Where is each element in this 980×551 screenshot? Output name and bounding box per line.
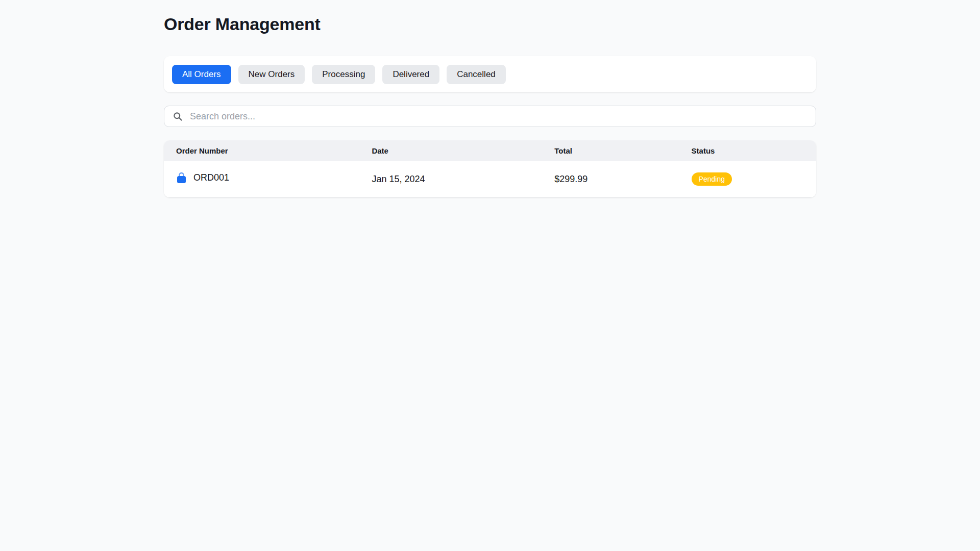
filter-tabs: All Orders New Orders Processing Deliver…: [164, 56, 816, 92]
table-row: ORD001 Jan 15, 2024 $299.99 Pending: [164, 161, 816, 197]
tab-all-orders[interactable]: All Orders: [172, 65, 231, 84]
tab-new-orders[interactable]: New Orders: [238, 65, 305, 84]
order-date: Jan 15, 2024: [359, 161, 542, 197]
search-icon: [173, 111, 183, 121]
tab-cancelled[interactable]: Cancelled: [447, 65, 506, 84]
order-number: ORD001: [193, 172, 229, 183]
tab-delivered[interactable]: Delivered: [382, 65, 439, 84]
tab-processing[interactable]: Processing: [312, 65, 375, 84]
orders-table: Order Number Date Total Status ORD00: [164, 140, 816, 197]
search-bar: [164, 106, 816, 127]
column-header-total: Total: [542, 140, 679, 161]
column-header-order-number: Order Number: [164, 140, 359, 161]
order-total: $299.99: [542, 161, 679, 197]
column-header-status: Status: [679, 140, 816, 161]
search-input[interactable]: [189, 111, 807, 122]
column-header-date: Date: [359, 140, 542, 161]
page-title: Order Management: [164, 12, 816, 36]
order-management-page: Order Management All Orders New Orders P…: [164, 0, 816, 197]
status-badge: Pending: [692, 172, 732, 186]
shopping-bag-icon: [176, 172, 187, 184]
table-header-row: Order Number Date Total Status: [164, 140, 816, 161]
